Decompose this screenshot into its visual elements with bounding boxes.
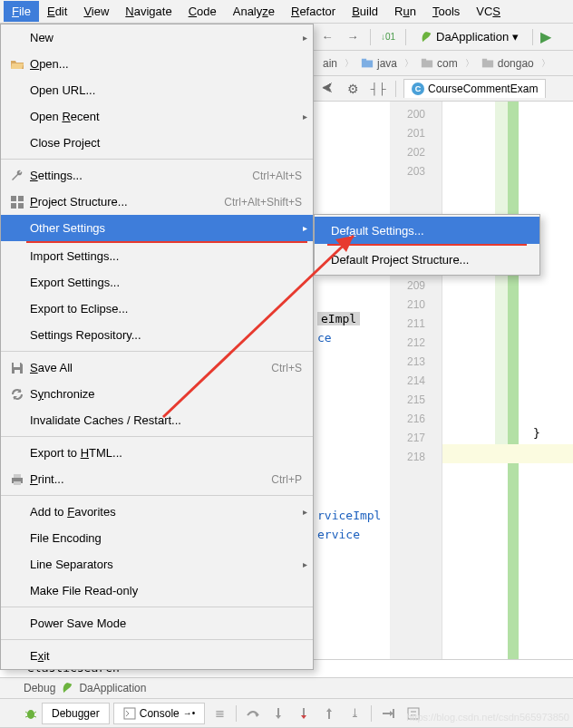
debugger-tab[interactable]: Debugger	[42, 703, 110, 724]
menu-open[interactable]: Open...	[1, 51, 313, 77]
breadcrumb-item[interactable]: com	[415, 55, 463, 72]
shortcut: Ctrl+Alt+S	[252, 170, 306, 182]
editor-tab[interactable]: C CourseCommentExam	[403, 79, 546, 98]
prev-button[interactable]: ⮜	[317, 79, 337, 99]
menu-vcs[interactable]: VCS	[468, 1, 509, 22]
run-button[interactable]: ▶	[540, 28, 551, 45]
tool-icon[interactable]: ┤├	[368, 79, 388, 99]
watermark: https://blog.csdn.net/csdn565973850	[406, 712, 569, 723]
menu-other-settings[interactable]: Other Settings ▸	[1, 215, 313, 241]
menu-run[interactable]: Run	[386, 1, 424, 22]
spring-leaf-icon	[61, 682, 73, 694]
run-config-name: DaApplication	[436, 30, 509, 44]
menu-analyze[interactable]: Analyze	[225, 1, 283, 22]
line-number: 217	[390, 429, 442, 448]
breadcrumb-item[interactable]: ain	[317, 55, 343, 72]
menu-project-structure[interactable]: Project Structure... Ctrl+Alt+Shift+S	[1, 189, 313, 215]
svg-marker-25	[276, 715, 281, 719]
run-to-cursor-icon[interactable]	[377, 703, 399, 724]
shortcut: Ctrl+P	[271, 473, 306, 486]
menu-export-settings[interactable]: Export Settings...	[1, 269, 313, 296]
line-gutter: 200 201 202 203 206 207 208 209 210 211 …	[390, 102, 442, 683]
menu-view[interactable]: View	[75, 1, 117, 22]
chevron-right-icon: 〉	[345, 57, 354, 70]
line-number: 210	[390, 296, 442, 315]
line-number: 216	[390, 410, 442, 429]
folder-icon	[481, 57, 494, 70]
menu-separator	[1, 639, 313, 640]
menu-settings-repository[interactable]: Settings Repository...	[1, 322, 313, 348]
folder-open-icon	[8, 57, 26, 72]
menu-code[interactable]: Code	[180, 1, 225, 22]
folder-icon	[421, 57, 433, 70]
code-fold-stripe	[495, 102, 508, 463]
menubar: File Edit View Navigate Code Analyze Ref…	[0, 0, 573, 24]
shortcut: Ctrl+S	[271, 362, 306, 374]
menu-export-html[interactable]: Export to HTML...	[1, 440, 313, 466]
wrench-icon	[8, 169, 26, 183]
menu-separator	[1, 159, 313, 160]
menu-import-settings[interactable]: Import Settings...	[1, 243, 313, 269]
menu-add-favorites[interactable]: Add to Favorites ▸	[1, 499, 313, 525]
force-step-into-icon[interactable]	[293, 703, 315, 724]
menu-export-eclipse[interactable]: Export to Eclipse...	[1, 296, 313, 322]
submenu-default-settings[interactable]: Default Settings...	[315, 217, 539, 244]
settings-icon[interactable]: ⚙	[343, 79, 363, 99]
breadcrumb-item[interactable]: java	[355, 55, 403, 72]
code-green-stripe	[508, 102, 519, 683]
code-fragment: ce	[317, 331, 332, 345]
step-out-icon[interactable]	[318, 703, 340, 724]
svg-rect-5	[482, 58, 487, 61]
menu-build[interactable]: Build	[344, 1, 386, 22]
submenu-default-project-structure[interactable]: Default Project Structure...	[315, 246, 539, 273]
menu-file[interactable]: File	[4, 1, 39, 22]
menu-save-all[interactable]: Save All Ctrl+S	[1, 354, 313, 381]
svg-rect-2	[422, 60, 432, 67]
line-number: 218	[390, 448, 442, 467]
line-number: 211	[390, 315, 442, 334]
dropdown-arrow-icon: ▾	[512, 30, 519, 44]
drop-frame-icon[interactable]: ⤓	[344, 703, 365, 724]
svg-rect-4	[482, 60, 493, 67]
divider	[395, 81, 396, 97]
code-body[interactable]: } }	[442, 102, 573, 683]
menu-edit[interactable]: Edit	[39, 1, 75, 22]
divider	[405, 29, 406, 45]
step-over-icon[interactable]	[242, 703, 264, 724]
bug-icon[interactable]	[24, 706, 38, 721]
shortcut: Ctrl+Alt+Shift+S	[224, 196, 306, 209]
breadcrumb-item[interactable]: dongao	[476, 55, 539, 72]
menu-exit[interactable]: Exit	[1, 643, 313, 669]
menu-print[interactable]: Print... Ctrl+P	[1, 466, 313, 492]
menu-open-recent[interactable]: Open Recent ▸	[1, 103, 313, 130]
console-icon	[123, 707, 136, 720]
chevron-right-icon: 〉	[404, 57, 413, 70]
menu-file-encoding[interactable]: File Encoding	[1, 525, 313, 551]
menu-separator	[1, 351, 313, 352]
forward-button[interactable]: →	[343, 27, 363, 47]
step-icon[interactable]: ≣	[209, 703, 230, 724]
divider	[371, 705, 372, 722]
menu-close-project[interactable]: Close Project	[1, 130, 313, 156]
menu-navigate[interactable]: Navigate	[117, 1, 180, 22]
menu-make-readonly[interactable]: Make File Read-only	[1, 578, 313, 604]
menu-invalidate-caches[interactable]: Invalidate Caches / Restart...	[1, 407, 313, 433]
menu-open-url[interactable]: Open URL...	[1, 77, 313, 103]
menu-settings[interactable]: Settings... Ctrl+Alt+S	[1, 162, 313, 189]
menu-new[interactable]: New ▸	[1, 24, 313, 51]
svg-rect-13	[14, 474, 21, 478]
console-tab[interactable]: Console →•	[113, 703, 206, 724]
sort-button[interactable]: ↓01	[378, 27, 398, 47]
file-menu-dropdown: New ▸ Open... Open URL... Open Recent ▸ …	[0, 24, 314, 670]
step-into-icon[interactable]	[267, 703, 289, 724]
menu-power-save[interactable]: Power Save Mode	[1, 610, 313, 636]
menu-line-separators[interactable]: Line Separators ▸	[1, 551, 313, 578]
svg-rect-8	[11, 203, 16, 209]
svg-rect-3	[422, 58, 426, 61]
divider	[370, 29, 371, 45]
menu-refactor[interactable]: Refactor	[283, 1, 344, 22]
run-config-selector[interactable]: DaApplication ▾	[413, 27, 525, 46]
back-button[interactable]: ←	[317, 27, 337, 47]
menu-synchronize[interactable]: Synchronize	[1, 381, 313, 407]
menu-tools[interactable]: Tools	[424, 1, 468, 22]
